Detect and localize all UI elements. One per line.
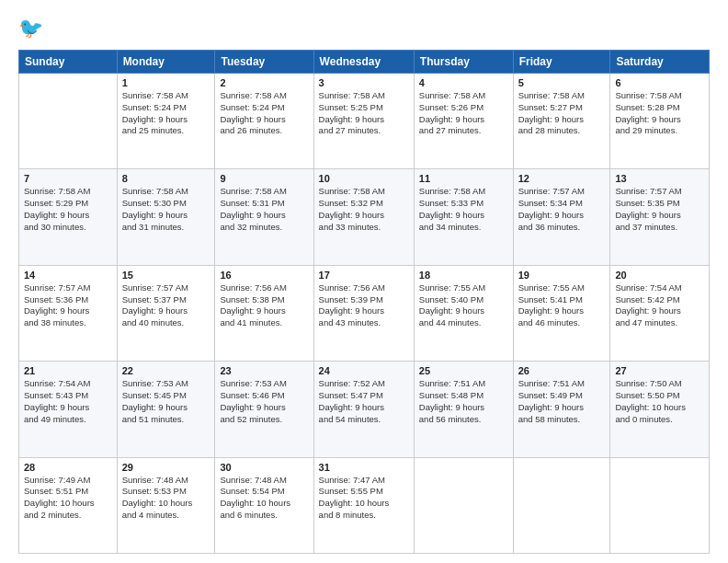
calendar-page: 🐦 SundayMondayTuesdayWednesdayThursdayFr… (0, 0, 728, 563)
day-number: 25 (419, 365, 508, 376)
day-number: 10 (319, 173, 409, 184)
day-info: Sunrise: 7:53 AM Sunset: 5:46 PM Dayligh… (220, 378, 308, 425)
day-info: Sunrise: 7:58 AM Sunset: 5:31 PM Dayligh… (220, 186, 308, 233)
logo-icon: 🐦 (18, 17, 43, 40)
day-number: 27 (615, 365, 704, 376)
day-info: Sunrise: 7:56 AM Sunset: 5:38 PM Dayligh… (220, 282, 308, 329)
day-info: Sunrise: 7:48 AM Sunset: 5:54 PM Dayligh… (220, 475, 308, 522)
calendar-cell: 25Sunrise: 7:51 AM Sunset: 5:48 PM Dayli… (414, 362, 513, 457)
calendar-cell: 12Sunrise: 7:57 AM Sunset: 5:34 PM Dayli… (513, 169, 610, 265)
day-info: Sunrise: 7:58 AM Sunset: 5:26 PM Dayligh… (419, 90, 508, 137)
day-info: Sunrise: 7:50 AM Sunset: 5:50 PM Dayligh… (615, 378, 704, 425)
calendar-cell: 31Sunrise: 7:47 AM Sunset: 5:55 PM Dayli… (313, 457, 414, 553)
calendar-cell: 2Sunrise: 7:58 AM Sunset: 5:24 PM Daylig… (215, 74, 313, 169)
day-info: Sunrise: 7:58 AM Sunset: 5:25 PM Dayligh… (319, 90, 409, 137)
calendar-cell: 3Sunrise: 7:58 AM Sunset: 5:25 PM Daylig… (313, 74, 414, 169)
day-number: 20 (615, 270, 704, 281)
day-info: Sunrise: 7:55 AM Sunset: 5:41 PM Dayligh… (518, 282, 606, 329)
day-number: 26 (518, 365, 606, 376)
day-number: 4 (419, 77, 508, 88)
day-info: Sunrise: 7:54 AM Sunset: 5:42 PM Dayligh… (615, 282, 704, 329)
calendar-cell: 1Sunrise: 7:58 AM Sunset: 5:24 PM Daylig… (117, 74, 215, 169)
day-number: 17 (319, 270, 409, 281)
calendar-cell: 5Sunrise: 7:58 AM Sunset: 5:27 PM Daylig… (513, 74, 610, 169)
weekday-header-monday: Monday (117, 51, 215, 74)
day-number: 24 (319, 365, 409, 376)
day-number: 11 (419, 173, 508, 184)
day-number: 23 (220, 365, 308, 376)
calendar-cell: 16Sunrise: 7:56 AM Sunset: 5:38 PM Dayli… (215, 265, 313, 361)
day-info: Sunrise: 7:56 AM Sunset: 5:39 PM Dayligh… (319, 282, 409, 329)
day-info: Sunrise: 7:57 AM Sunset: 5:35 PM Dayligh… (615, 186, 704, 233)
day-number: 2 (220, 77, 308, 88)
day-number: 3 (319, 77, 409, 88)
weekday-header-wednesday: Wednesday (313, 51, 414, 74)
weekday-header-saturday: Saturday (610, 51, 710, 74)
day-info: Sunrise: 7:57 AM Sunset: 5:37 PM Dayligh… (122, 282, 210, 329)
weekday-header-sunday: Sunday (19, 51, 118, 74)
day-info: Sunrise: 7:55 AM Sunset: 5:40 PM Dayligh… (419, 282, 508, 329)
calendar-cell: 6Sunrise: 7:58 AM Sunset: 5:28 PM Daylig… (610, 74, 710, 169)
day-number: 18 (419, 270, 508, 281)
day-info: Sunrise: 7:58 AM Sunset: 5:24 PM Dayligh… (122, 90, 210, 137)
calendar-cell: 21Sunrise: 7:54 AM Sunset: 5:43 PM Dayli… (19, 362, 118, 457)
day-number: 5 (518, 77, 606, 88)
day-number: 14 (24, 270, 112, 281)
header: 🐦 (18, 17, 710, 40)
calendar-cell: 10Sunrise: 7:58 AM Sunset: 5:32 PM Dayli… (313, 169, 414, 265)
calendar-cell: 28Sunrise: 7:49 AM Sunset: 5:51 PM Dayli… (19, 457, 118, 553)
calendar-cell: 13Sunrise: 7:57 AM Sunset: 5:35 PM Dayli… (610, 169, 710, 265)
day-number: 6 (615, 77, 704, 88)
day-number: 8 (122, 173, 210, 184)
calendar-cell: 27Sunrise: 7:50 AM Sunset: 5:50 PM Dayli… (610, 362, 710, 457)
day-number: 31 (319, 462, 409, 473)
calendar-cell: 20Sunrise: 7:54 AM Sunset: 5:42 PM Dayli… (610, 265, 710, 361)
calendar-cell: 29Sunrise: 7:48 AM Sunset: 5:53 PM Dayli… (117, 457, 215, 553)
day-info: Sunrise: 7:51 AM Sunset: 5:49 PM Dayligh… (518, 378, 606, 425)
calendar-cell: 4Sunrise: 7:58 AM Sunset: 5:26 PM Daylig… (414, 74, 513, 169)
day-number: 9 (220, 173, 308, 184)
calendar-cell: 7Sunrise: 7:58 AM Sunset: 5:29 PM Daylig… (19, 169, 118, 265)
day-number: 15 (122, 270, 210, 281)
day-number: 28 (24, 462, 112, 473)
day-number: 16 (220, 270, 308, 281)
day-info: Sunrise: 7:47 AM Sunset: 5:55 PM Dayligh… (319, 475, 409, 522)
calendar-cell: 19Sunrise: 7:55 AM Sunset: 5:41 PM Dayli… (513, 265, 610, 361)
day-number: 7 (24, 173, 112, 184)
day-info: Sunrise: 7:54 AM Sunset: 5:43 PM Dayligh… (24, 378, 112, 425)
calendar-cell: 18Sunrise: 7:55 AM Sunset: 5:40 PM Dayli… (414, 265, 513, 361)
day-number: 29 (122, 462, 210, 473)
day-info: Sunrise: 7:57 AM Sunset: 5:36 PM Dayligh… (24, 282, 112, 329)
day-number: 22 (122, 365, 210, 376)
calendar-cell: 11Sunrise: 7:58 AM Sunset: 5:33 PM Dayli… (414, 169, 513, 265)
day-info: Sunrise: 7:58 AM Sunset: 5:30 PM Dayligh… (122, 186, 210, 233)
calendar-cell (513, 457, 610, 553)
calendar-cell (414, 457, 513, 553)
calendar-cell: 22Sunrise: 7:53 AM Sunset: 5:45 PM Dayli… (117, 362, 215, 457)
day-info: Sunrise: 7:58 AM Sunset: 5:29 PM Dayligh… (24, 186, 112, 233)
calendar-cell: 26Sunrise: 7:51 AM Sunset: 5:49 PM Dayli… (513, 362, 610, 457)
calendar-cell: 9Sunrise: 7:58 AM Sunset: 5:31 PM Daylig… (215, 169, 313, 265)
day-info: Sunrise: 7:52 AM Sunset: 5:47 PM Dayligh… (319, 378, 409, 425)
day-number: 1 (122, 77, 210, 88)
day-number: 30 (220, 462, 308, 473)
calendar-cell (610, 457, 710, 553)
day-info: Sunrise: 7:49 AM Sunset: 5:51 PM Dayligh… (24, 475, 112, 522)
calendar-cell (19, 74, 118, 169)
calendar-cell: 23Sunrise: 7:53 AM Sunset: 5:46 PM Dayli… (215, 362, 313, 457)
calendar-cell: 8Sunrise: 7:58 AM Sunset: 5:30 PM Daylig… (117, 169, 215, 265)
day-info: Sunrise: 7:58 AM Sunset: 5:27 PM Dayligh… (518, 90, 606, 137)
day-info: Sunrise: 7:57 AM Sunset: 5:34 PM Dayligh… (518, 186, 606, 233)
day-info: Sunrise: 7:48 AM Sunset: 5:53 PM Dayligh… (122, 475, 210, 522)
calendar-cell: 30Sunrise: 7:48 AM Sunset: 5:54 PM Dayli… (215, 457, 313, 553)
calendar-cell: 17Sunrise: 7:56 AM Sunset: 5:39 PM Dayli… (313, 265, 414, 361)
day-number: 19 (518, 270, 606, 281)
logo: 🐦 (18, 17, 47, 40)
calendar-cell: 15Sunrise: 7:57 AM Sunset: 5:37 PM Dayli… (117, 265, 215, 361)
day-info: Sunrise: 7:58 AM Sunset: 5:28 PM Dayligh… (615, 90, 704, 137)
day-number: 12 (518, 173, 606, 184)
day-info: Sunrise: 7:53 AM Sunset: 5:45 PM Dayligh… (122, 378, 210, 425)
calendar-cell: 14Sunrise: 7:57 AM Sunset: 5:36 PM Dayli… (19, 265, 118, 361)
day-number: 21 (24, 365, 112, 376)
calendar-table: SundayMondayTuesdayWednesdayThursdayFrid… (18, 50, 710, 554)
